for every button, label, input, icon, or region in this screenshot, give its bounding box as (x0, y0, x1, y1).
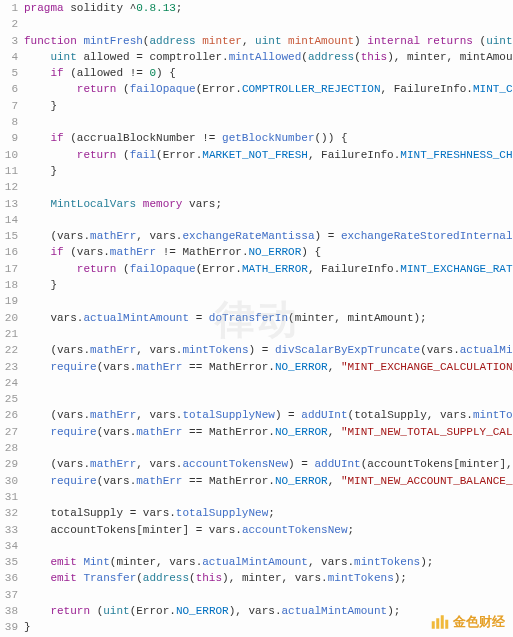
token-punct: ( (136, 572, 143, 584)
token-member: exchangeRateMantissa (182, 230, 314, 242)
token-op: != (130, 67, 150, 79)
token-punct: . (453, 344, 460, 356)
brand-text: 金色财经 (453, 613, 505, 631)
token-punct: [ (136, 524, 143, 536)
line-number: 18 (0, 277, 18, 293)
token-punct: . (169, 507, 176, 519)
token-member: mathErr (110, 246, 163, 258)
token-ident: vars (440, 409, 466, 421)
code-line: require(vars.mathErr == MathError.NO_ERR… (24, 359, 513, 375)
token-const: NO_ERROR (249, 246, 302, 258)
token-ident (24, 344, 50, 356)
token-member: mintAllowed (229, 51, 302, 63)
token-ident: mintAmount (347, 312, 413, 324)
token-op: = (262, 344, 275, 356)
code-line (24, 212, 513, 228)
token-ident (24, 312, 50, 324)
token-const: COMPTROLLER_REJECTION (242, 83, 381, 95)
line-number: 35 (0, 554, 18, 570)
token-member: mathErr (136, 426, 189, 438)
token-ident: minter (460, 458, 500, 470)
token-keyword: internal returns (367, 35, 479, 47)
token-member: mathErr (90, 458, 136, 470)
token-punct: , (308, 556, 321, 568)
code-line: MintLocalVars memory vars; (24, 196, 513, 212)
token-punct: } (24, 621, 31, 633)
token-punct: ) (354, 35, 367, 47)
code-line: } (24, 98, 513, 114)
token-punct: . (242, 246, 249, 258)
code-line (24, 16, 513, 32)
code-line (24, 375, 513, 391)
line-number: 5 (0, 65, 18, 81)
token-punct: ) { (156, 67, 176, 79)
token-op: != (202, 132, 222, 144)
line-number: 8 (0, 114, 18, 130)
token-punct: ) { (301, 246, 321, 258)
token-ident: Error (163, 149, 196, 161)
token-ident (24, 507, 50, 519)
token-punct: ); (394, 572, 407, 584)
token-punct: ), (387, 51, 407, 63)
line-number: 1 (0, 0, 18, 16)
token-member: mintTokens (182, 344, 248, 356)
token-punct: ( (123, 263, 130, 275)
token-type: MintLocalVars (50, 198, 142, 210)
token-punct: [ (453, 458, 460, 470)
code-line: (vars.mathErr, vars.mintTokens) = divSca… (24, 342, 513, 358)
token-punct: , (447, 51, 460, 63)
code-line: return (failOpaque(Error.MATH_ERROR, Fai… (24, 261, 513, 277)
token-ident: minter (116, 556, 156, 568)
token-ident (24, 230, 50, 242)
token-punct: . (222, 51, 229, 63)
token-ident: Error (202, 263, 235, 275)
line-number: 6 (0, 81, 18, 97)
token-const: NO_ERROR (275, 426, 328, 438)
token-ident (24, 361, 50, 373)
svg-rect-0 (432, 621, 435, 629)
token-op: = (301, 458, 314, 470)
token-func: fail (130, 149, 156, 161)
token-type: address (149, 35, 202, 47)
token-type: address (308, 51, 354, 63)
token-member: mathErr (90, 344, 136, 356)
token-func: require (50, 361, 96, 373)
svg-rect-2 (441, 615, 444, 629)
token-punct: , (308, 263, 321, 275)
line-number: 28 (0, 440, 18, 456)
code-line (24, 391, 513, 407)
token-ident (24, 100, 50, 112)
line-number: 22 (0, 342, 18, 358)
token-ident: comptroller (149, 51, 222, 63)
brand-icon (431, 613, 449, 631)
token-keyword: emit (50, 572, 83, 584)
token-punct: , (334, 312, 347, 324)
token-ident (24, 149, 77, 161)
line-number: 15 (0, 228, 18, 244)
line-number: 23 (0, 359, 18, 375)
token-func: require (50, 426, 96, 438)
token-punct: ) (248, 344, 261, 356)
token-type: uint (103, 605, 129, 617)
token-member: totalSupplyNew (182, 409, 274, 421)
token-punct: , (136, 409, 149, 421)
token-punct: , (328, 361, 341, 373)
token-type: uint (486, 35, 512, 47)
token-ident: vars (427, 344, 453, 356)
token-punct: ( (189, 572, 196, 584)
token-ident (24, 524, 50, 536)
token-punct: , (328, 475, 341, 487)
line-number: 38 (0, 603, 18, 619)
token-keyword: this (361, 51, 387, 63)
token-ident: FailureInfo (394, 83, 467, 95)
token-keyword: if (50, 246, 70, 258)
token-member: totalSupplyNew (176, 507, 268, 519)
token-punct: . (466, 409, 473, 421)
code-line: vars.actualMintAmount = doTransferIn(min… (24, 310, 513, 326)
token-ident: vars (50, 312, 76, 324)
token-punct: , (328, 426, 341, 438)
token-punct: , (136, 230, 149, 242)
token-func: failOpaque (130, 83, 196, 95)
token-keyword: if (50, 67, 70, 79)
token-ident (24, 132, 50, 144)
